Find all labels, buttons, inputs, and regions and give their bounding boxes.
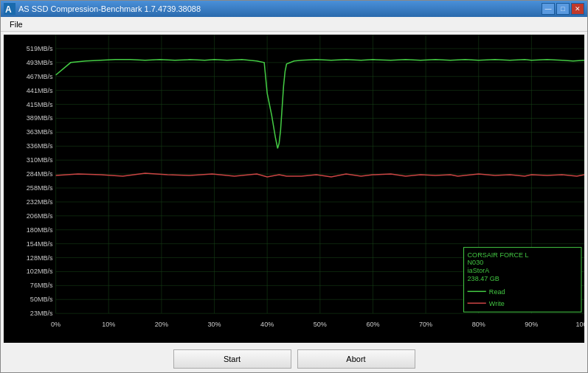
- svg-text:60%: 60%: [366, 321, 379, 328]
- svg-text:441MB/s: 441MB/s: [27, 87, 53, 94]
- chart-svg: 519MB/s 493MB/s 467MB/s 441MB/s 415MB/s …: [4, 35, 584, 343]
- svg-text:467MB/s: 467MB/s: [27, 73, 53, 80]
- svg-text:232MB/s: 232MB/s: [27, 198, 53, 206]
- start-button[interactable]: Start: [173, 349, 291, 369]
- svg-text:154MB/s: 154MB/s: [27, 240, 53, 248]
- svg-text:519MB/s: 519MB/s: [27, 45, 53, 52]
- file-menu[interactable]: File: [4, 18, 29, 30]
- svg-text:30%: 30%: [207, 321, 221, 328]
- svg-text:Write: Write: [489, 300, 505, 307]
- svg-text:20%: 20%: [155, 321, 168, 328]
- svg-text:100%: 100%: [575, 321, 584, 328]
- svg-text:180MB/s: 180MB/s: [27, 226, 53, 234]
- minimize-button[interactable]: —: [542, 3, 555, 15]
- svg-text:310MB/s: 310MB/s: [27, 156, 53, 164]
- svg-text:70%: 70%: [419, 321, 432, 328]
- svg-text:238.47 GB: 238.47 GB: [468, 275, 499, 282]
- chart-area: 519MB/s 493MB/s 467MB/s 441MB/s 415MB/s …: [4, 35, 584, 343]
- svg-text:415MB/s: 415MB/s: [27, 101, 53, 108]
- svg-text:Read: Read: [489, 288, 505, 296]
- svg-text:10%: 10%: [102, 321, 115, 328]
- close-button[interactable]: ✕: [571, 3, 584, 15]
- main-window: A AS SSD Compression-Benchmark 1.7.4739.…: [0, 0, 588, 373]
- svg-text:336MB/s: 336MB/s: [27, 142, 53, 150]
- svg-text:80%: 80%: [472, 321, 485, 328]
- app-icon: A: [4, 3, 15, 15]
- svg-text:iaStorA: iaStorA: [468, 268, 490, 275]
- maximize-button[interactable]: □: [556, 3, 570, 15]
- svg-text:363MB/s: 363MB/s: [27, 128, 53, 136]
- svg-text:23MB/s: 23MB/s: [30, 310, 53, 317]
- title-bar: A AS SSD Compression-Benchmark 1.7.4739.…: [1, 1, 587, 17]
- svg-text:N030: N030: [468, 259, 484, 267]
- buttons-bar: Start Abort: [1, 346, 587, 372]
- abort-button[interactable]: Abort: [297, 349, 415, 369]
- menu-bar: File: [1, 17, 587, 32]
- title-bar-buttons: — □ ✕: [542, 3, 584, 15]
- window-title: AS SSD Compression-Benchmark 1.7.4739.38…: [18, 4, 542, 13]
- svg-text:206MB/s: 206MB/s: [27, 212, 53, 220]
- svg-text:50MB/s: 50MB/s: [30, 296, 53, 303]
- svg-text:76MB/s: 76MB/s: [30, 282, 53, 289]
- svg-text:A: A: [5, 4, 12, 15]
- svg-text:258MB/s: 258MB/s: [27, 184, 53, 192]
- svg-text:50%: 50%: [314, 321, 327, 328]
- svg-text:90%: 90%: [525, 321, 538, 328]
- svg-text:389MB/s: 389MB/s: [27, 114, 53, 122]
- svg-text:CORSAIR FORCE L: CORSAIR FORCE L: [468, 251, 529, 259]
- svg-text:493MB/s: 493MB/s: [27, 59, 53, 66]
- svg-text:102MB/s: 102MB/s: [27, 268, 53, 276]
- svg-text:0%: 0%: [51, 321, 60, 328]
- svg-text:284MB/s: 284MB/s: [27, 170, 53, 178]
- svg-text:40%: 40%: [260, 321, 274, 328]
- svg-text:128MB/s: 128MB/s: [27, 254, 53, 262]
